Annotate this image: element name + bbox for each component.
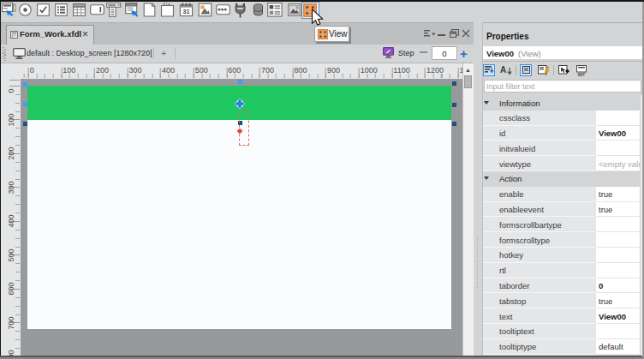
svg-text:INIT: INIT [577,73,585,76]
svg-text:XYZ: XYZ [163,3,170,6]
svg-text:31: 31 [182,9,189,15]
